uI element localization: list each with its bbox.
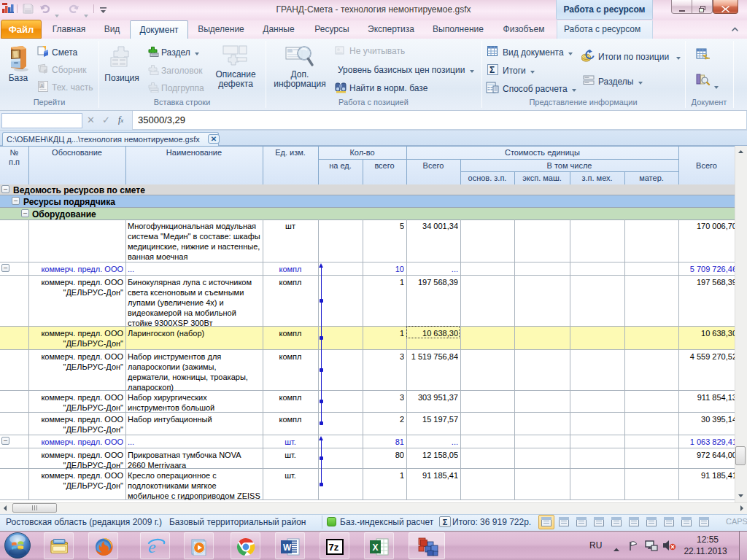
svg-text:X: X xyxy=(373,542,379,553)
svg-text:W: W xyxy=(283,542,292,553)
svg-text:7z: 7z xyxy=(329,542,339,553)
svg-text:A: A xyxy=(40,83,44,88)
svg-text:Σ: Σ xyxy=(489,65,495,75)
